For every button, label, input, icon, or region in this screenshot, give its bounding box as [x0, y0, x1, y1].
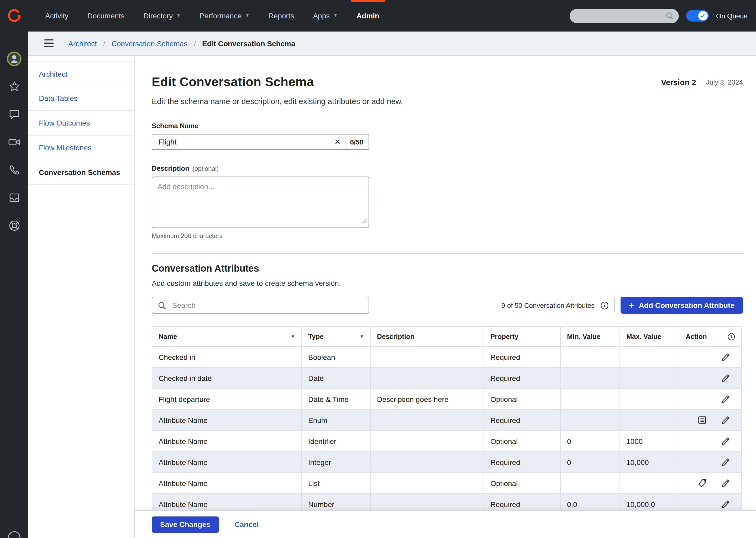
- attribute-max-value: [620, 367, 679, 389]
- row-actions: [685, 373, 735, 383]
- sidebar-item-label: Conversation Schemas: [39, 168, 120, 177]
- description-label: Description: [152, 164, 189, 172]
- nav-item-performance[interactable]: Performance▼: [190, 0, 259, 31]
- schema-name-field: ✕ 6/50: [152, 134, 369, 150]
- help-icon[interactable]: [0, 212, 28, 240]
- page-subtitle: Edit the schema name or description, edi…: [152, 97, 743, 106]
- breadcrumb-link[interactable]: Conversation Schemas: [112, 39, 188, 48]
- genesys-logo-icon[interactable]: [0, 0, 28, 31]
- sidebar-item-label: Architect: [39, 70, 68, 78]
- nav-item-label: Apps: [313, 12, 330, 20]
- attribute-name-link[interactable]: Attribute Name: [152, 431, 302, 452]
- attribute-actions-cell: [679, 409, 741, 431]
- sidebar-item-flow-outcomes[interactable]: Flow Outcomes: [28, 111, 134, 135]
- nav-item-documents[interactable]: Documents: [78, 0, 134, 31]
- header-name[interactable]: Name ▼: [152, 327, 302, 347]
- close-icon[interactable]: ✕: [330, 138, 345, 145]
- attributes-search-input[interactable]: [171, 300, 363, 310]
- on-queue-toggle[interactable]: ✓: [686, 10, 709, 22]
- global-search[interactable]: [570, 9, 679, 23]
- attribute-property: Required: [484, 347, 560, 367]
- breadcrumb-bar: Architect/Conversation Schemas/Edit Conv…: [28, 31, 756, 56]
- menu-hamburger-icon[interactable]: [42, 37, 56, 50]
- video-icon[interactable]: [0, 128, 28, 156]
- profile-partial-icon[interactable]: [7, 531, 21, 538]
- sidebar-item-architect[interactable]: Architect: [28, 62, 134, 86]
- attribute-property: Optional: [484, 389, 560, 409]
- edit-pencil-icon[interactable]: [721, 436, 731, 446]
- nav-item-reports[interactable]: Reports: [259, 0, 304, 31]
- attributes-table: Name ▼ Type ▼ Description Property Min. …: [152, 326, 742, 515]
- table-row: Attribute Name Integer Required 0 10,000: [152, 452, 741, 473]
- attributes-toolbar-right: 9 of 50 Conversation Attributes + Add Co…: [501, 297, 743, 314]
- sidebar-item-flow-milestones[interactable]: Flow Milestones: [28, 135, 134, 160]
- attribute-name-link[interactable]: Attribute Name: [152, 473, 302, 494]
- attributes-table-body: Checked in Boolean Required Checked in d…: [152, 347, 741, 514]
- phone-icon[interactable]: [0, 156, 28, 184]
- enum-list-icon[interactable]: [697, 415, 707, 425]
- attribute-name-link[interactable]: Checked in: [152, 347, 302, 367]
- attribute-actions-cell: [679, 431, 741, 452]
- attribute-name-link[interactable]: Flight departure: [152, 389, 302, 409]
- inbox-icon[interactable]: [0, 184, 28, 212]
- header-min-value: Min. Value: [560, 327, 620, 347]
- attribute-description: Description goes here: [370, 389, 484, 409]
- description-textarea[interactable]: [152, 177, 368, 228]
- schema-name-input[interactable]: [158, 137, 330, 146]
- save-button[interactable]: Save Changes: [152, 516, 219, 532]
- global-search-input[interactable]: [575, 11, 662, 20]
- attribute-type: Enum: [302, 409, 370, 431]
- chat-icon[interactable]: [0, 100, 28, 128]
- table-row: Attribute Name Identifier Optional 0 100…: [152, 431, 741, 452]
- attribute-min-value: [560, 367, 620, 389]
- row-actions: [685, 394, 735, 404]
- nav-item-admin[interactable]: Admin: [347, 0, 389, 31]
- row-actions: [685, 499, 735, 509]
- footer-action-bar: Save Changes Cancel: [135, 510, 756, 538]
- attribute-name-link[interactable]: Attribute Name: [152, 409, 302, 431]
- edit-pencil-icon[interactable]: [721, 373, 731, 383]
- nav-item-directory[interactable]: Directory▼: [134, 0, 190, 31]
- edit-pencil-icon[interactable]: [721, 394, 731, 404]
- attribute-property: Required: [484, 367, 560, 389]
- chevron-down-icon: ▼: [246, 14, 250, 18]
- section-divider: [152, 253, 743, 254]
- version-label: Version 2: [661, 78, 696, 87]
- header-type[interactable]: Type ▼: [302, 327, 370, 347]
- row-actions: [685, 415, 735, 425]
- info-icon[interactable]: [728, 333, 735, 340]
- attributes-search: [152, 297, 369, 314]
- cancel-button[interactable]: Cancel: [234, 520, 259, 528]
- nav-item-label: Activity: [45, 12, 69, 20]
- header-max-value: Max. Value: [620, 327, 679, 347]
- sort-caret-icon[interactable]: ▼: [291, 334, 295, 339]
- input-divider: [345, 137, 345, 146]
- attribute-type: Identifier: [302, 431, 370, 452]
- nav-item-activity[interactable]: Activity: [36, 0, 78, 31]
- search-icon: [665, 12, 674, 20]
- avatar-icon[interactable]: [0, 45, 28, 73]
- edit-pencil-icon[interactable]: [721, 478, 731, 488]
- attribute-actions-cell: [679, 389, 741, 409]
- breadcrumb-link[interactable]: Architect: [68, 39, 97, 48]
- sidebar-item-data-tables[interactable]: Data Tables: [28, 86, 134, 111]
- info-icon[interactable]: [601, 301, 608, 309]
- nav-item-label: Reports: [268, 12, 294, 20]
- toolbar-divider: [614, 298, 615, 312]
- add-conversation-attribute-button[interactable]: + Add Conversation Attribute: [621, 297, 743, 314]
- attribute-description: [370, 452, 484, 473]
- star-icon[interactable]: [0, 73, 28, 100]
- sidebar-item-conversation-schemas[interactable]: Conversation Schemas: [28, 160, 134, 185]
- tag-icon[interactable]: [697, 478, 707, 488]
- edit-pencil-icon[interactable]: [721, 457, 731, 467]
- attribute-max-value: [620, 473, 679, 494]
- edit-pencil-icon[interactable]: [721, 352, 731, 362]
- edit-pencil-icon[interactable]: [721, 415, 731, 425]
- edit-pencil-icon[interactable]: [721, 499, 731, 509]
- sort-caret-icon[interactable]: ▼: [359, 334, 364, 339]
- attribute-name-link[interactable]: Checked in date: [152, 367, 302, 389]
- nav-item-apps[interactable]: Apps▼: [304, 0, 347, 31]
- add-button-label: Add Conversation Attribute: [639, 301, 734, 309]
- attribute-name-link[interactable]: Attribute Name: [152, 452, 302, 473]
- nav-item-label: Admin: [356, 12, 379, 20]
